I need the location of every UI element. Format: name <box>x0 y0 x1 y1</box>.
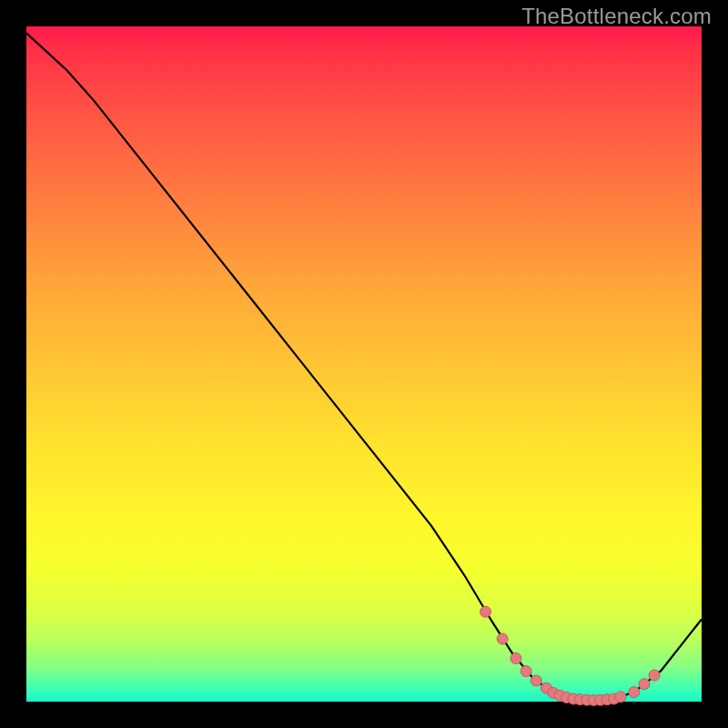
curve-marker <box>511 653 521 664</box>
curve-marker <box>649 670 660 681</box>
curve-marker <box>639 679 650 690</box>
bottleneck-curve <box>26 33 702 700</box>
watermark-text: TheBottleneck.com <box>521 4 712 29</box>
curve-marker <box>629 687 640 698</box>
curve-marker <box>480 606 491 617</box>
chart-svg <box>26 26 702 702</box>
curve-marker <box>531 675 541 686</box>
curve-marker <box>521 666 531 677</box>
curve-marker <box>615 692 626 703</box>
highlight-markers <box>480 606 661 705</box>
curve-marker <box>497 633 508 644</box>
chart-frame: TheBottleneck.com <box>0 0 728 728</box>
